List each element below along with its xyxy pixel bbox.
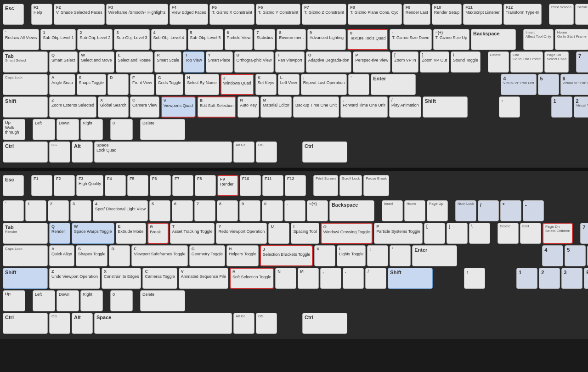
key2-e[interactable]: EExtrude Mode	[116, 223, 146, 244]
key-f1[interactable]: F1Help	[31, 4, 52, 25]
key2-w[interactable]: WSpace Warps Toggle	[72, 223, 114, 244]
key2-insert[interactable]: Insert	[382, 200, 403, 221]
key-r[interactable]: RSmart Scale	[154, 51, 181, 73]
key2-f12[interactable]: F12	[285, 175, 306, 196]
key-os-left[interactable]: OS	[49, 141, 70, 163]
key-5[interactable]: 5Sub-Obj. Level 5	[188, 29, 223, 50]
key-x[interactable]: XGlobal Search	[98, 96, 129, 118]
key2-period[interactable]: .	[343, 268, 364, 289]
key-y[interactable]: YSmart Place	[206, 51, 233, 73]
key-num2[interactable]: 2Virtual VP Pan Down	[574, 96, 588, 118]
key-delete[interactable]: Delete	[488, 51, 509, 73]
key-pagedn[interactable]: Page DnSelect Child	[544, 51, 569, 73]
key2-numlock[interactable]: Num Lock	[455, 200, 476, 221]
key2-f5[interactable]: F5	[127, 175, 148, 196]
key-num7[interactable]: 7	[576, 51, 588, 73]
key-b[interactable]: BEdit Soft Selection	[197, 96, 237, 118]
key-f11[interactable]: F11MaxScript Listener	[463, 4, 502, 25]
key-a[interactable]: AAngle Snap	[49, 74, 75, 95]
key2-num3[interactable]: 3	[561, 268, 582, 289]
key-1[interactable]: 1Sub-Obj. Level 1	[40, 29, 76, 50]
key2-f[interactable]: FViewport Safeframes Toggle	[131, 245, 187, 266]
key2-bracket-right[interactable]: ]	[447, 223, 468, 244]
key-v[interactable]: VViewports Quad	[161, 96, 196, 118]
key2-d[interactable]: D	[109, 245, 130, 266]
key2-q[interactable]: QRender	[49, 223, 70, 244]
key2-f11[interactable]: F11	[262, 175, 283, 196]
key2-semicolon[interactable]: ;	[367, 245, 388, 266]
key-e[interactable]: ESelect and Rotate	[116, 51, 153, 73]
key2-bracket-left[interactable]: [	[424, 223, 445, 244]
key-h[interactable]: HSelect By Name	[185, 74, 219, 95]
key2-i[interactable]: ISpacing Tool	[291, 223, 319, 244]
key2-ctrl-left[interactable]: Ctrl	[3, 313, 48, 334]
key-p[interactable]: PPerspec-tive View	[353, 51, 390, 73]
key-scroll-lock[interactable]: Scroll Lock	[575, 4, 588, 25]
key2-x[interactable]: XConstrain to Edges	[102, 268, 141, 289]
key2-comma[interactable]: ,	[320, 268, 341, 289]
key-space[interactable]: SpaceLock Quad	[94, 141, 232, 163]
key-backtick[interactable]: `Redraw All Views	[3, 29, 39, 50]
key-arrow-up[interactable]: ↑	[499, 96, 520, 118]
key2-pageup[interactable]: Page Up	[427, 200, 448, 221]
key-os-right[interactable]: OS	[256, 141, 277, 163]
key2-v[interactable]: VAnimated Sequence File	[179, 268, 228, 289]
key-semicolon[interactable]: ;Repeat Last Operation	[301, 74, 347, 95]
key-o[interactable]: OAdaptive Degrada-tion	[306, 51, 352, 73]
key-enter[interactable]: Enter	[371, 74, 416, 95]
key2-os-right[interactable]: OS	[256, 313, 277, 334]
key2-t[interactable]: TAsset Tracking Toggle	[170, 223, 215, 244]
key-num1[interactable]: 1	[551, 96, 572, 118]
key-f3[interactable]: F3Wireframe /Smooth+ Highlights	[106, 4, 168, 25]
key2-esc[interactable]: Esc	[3, 175, 24, 196]
key2-u[interactable]: U	[268, 223, 289, 244]
key2-scroll[interactable]: Scroll Lock	[339, 175, 362, 196]
key2-backslash[interactable]: \	[469, 223, 490, 244]
key2-num5[interactable]: 5	[565, 245, 586, 266]
key2-4[interactable]: 4Spot/ Directional Light View	[93, 200, 148, 221]
key-f10[interactable]: F10Render Setup	[432, 4, 462, 25]
key2-c[interactable]: CCameras Toggle	[142, 268, 177, 289]
key2-arrow-up[interactable]: ↑	[464, 268, 485, 289]
key-9[interactable]: 9Advanced Lighting	[307, 29, 346, 50]
key2-num4[interactable]: 4	[542, 245, 563, 266]
key-print-screen[interactable]: Print Screen	[549, 4, 574, 25]
key-shift-left[interactable]: Shift	[3, 96, 48, 118]
key-d[interactable]: D	[107, 74, 129, 95]
key-w[interactable]: WSelect and Move	[79, 51, 114, 73]
key2-f3[interactable]: F3High Quality	[76, 175, 103, 196]
key-f4[interactable]: F4View Edged Faces	[170, 4, 209, 25]
key-insert[interactable]: InsertAffect Tool Only	[523, 29, 554, 50]
key2-enter[interactable]: Enter	[412, 245, 457, 266]
key-quote[interactable]: '	[348, 74, 369, 95]
key-f7[interactable]: F7T. Gizmo Z Constraint	[302, 4, 346, 25]
key2-j[interactable]: JSelection Brackets Toggle	[260, 245, 313, 266]
key2-7[interactable]: 7	[194, 200, 215, 221]
key-n[interactable]: NAuto Key	[237, 96, 259, 118]
key2-m[interactable]: M	[298, 268, 319, 289]
key-8[interactable]: 8Environ-ment	[277, 29, 306, 50]
key2-g[interactable]: GGeometry Toggle	[189, 245, 225, 266]
key-f5[interactable]: F5T. Gizmo X Constraint	[209, 4, 254, 25]
key2-num-star[interactable]: *	[500, 200, 521, 221]
key-ctrl-left[interactable]: Ctrl	[3, 141, 48, 163]
key-6[interactable]: 6Particle View	[225, 29, 253, 50]
key-g[interactable]: GGrids Toggle	[156, 74, 183, 95]
key2-z[interactable]: ZUndo Viewport Operation	[49, 268, 100, 289]
key-comma[interactable]: ,Backup Time One Unit	[293, 96, 339, 118]
key-f9[interactable]: F9Render Last	[403, 4, 430, 25]
key2-h[interactable]: HHelpers Toggle	[226, 245, 259, 266]
key-tab[interactable]: TabSmart Select	[3, 51, 48, 73]
key-alt-left[interactable]: Alt	[72, 141, 93, 163]
key2-n[interactable]: N	[275, 268, 296, 289]
key2-1[interactable]: 1	[25, 200, 46, 221]
key-m[interactable]: MMaterial Editor	[260, 96, 292, 118]
key2-num-enter[interactable]: Enter	[584, 268, 588, 289]
key2-caps[interactable]: Caps Lock	[3, 245, 48, 266]
key-num4[interactable]: 4Virtual VP Pan Left	[501, 74, 536, 95]
key-altgr[interactable]: Alt Gr	[233, 141, 254, 163]
key2-0[interactable]: 0	[262, 200, 283, 221]
key-7[interactable]: 7Statistics	[254, 29, 275, 50]
key2-os-left[interactable]: OS	[49, 313, 70, 334]
key-l[interactable]: LLeft View	[278, 74, 300, 95]
